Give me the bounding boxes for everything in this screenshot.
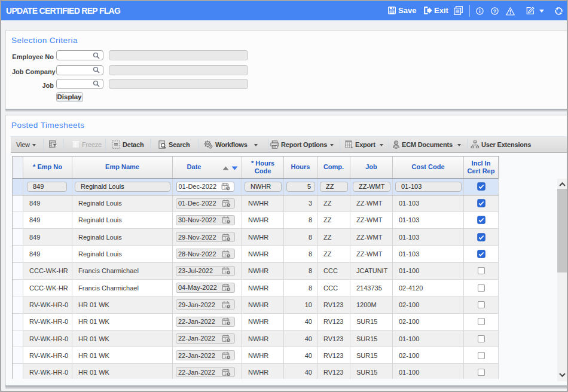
- svg-text:?: ?: [493, 8, 496, 14]
